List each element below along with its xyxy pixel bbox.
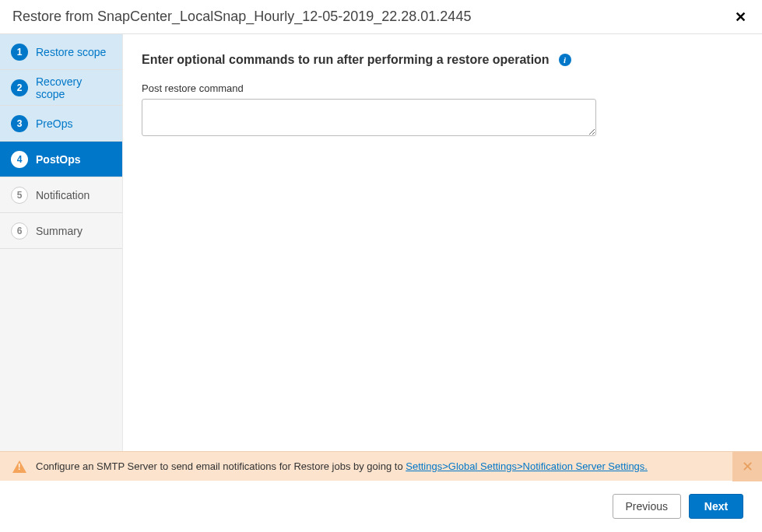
dialog-header: Restore from SnapCenter_LocalSnap_Hourly… <box>0 0 762 34</box>
dialog-footer: Previous Next <box>0 481 762 532</box>
notification-message: Configure an SMTP Server to send email n… <box>36 460 406 472</box>
notification-text: Configure an SMTP Server to send email n… <box>36 460 732 472</box>
post-restore-command-label: Post restore command <box>142 82 743 94</box>
step-number: 4 <box>11 151 28 168</box>
step-label: PreOps <box>36 117 72 130</box>
step-label: Notification <box>36 189 90 201</box>
step-number: 3 <box>11 115 28 132</box>
step-postops[interactable]: 4 PostOps <box>0 142 122 177</box>
previous-button[interactable]: Previous <box>613 494 681 519</box>
notification-bar: Configure an SMTP Server to send email n… <box>0 451 762 481</box>
content-heading-row: Enter optional commands to run after per… <box>142 53 743 67</box>
warning-icon <box>12 460 26 473</box>
notification-dismiss-icon[interactable]: ✕ <box>732 452 762 481</box>
step-number: 5 <box>11 187 28 204</box>
notification-link[interactable]: Settings>Global Settings>Notification Se… <box>406 460 648 472</box>
step-summary[interactable]: 6 Summary <box>0 213 122 249</box>
step-label: PostOps <box>36 153 81 166</box>
step-number: 6 <box>11 222 28 240</box>
step-number: 1 <box>11 44 28 61</box>
step-restore-scope[interactable]: 1 Restore scope <box>0 34 122 70</box>
wizard-sidebar: 1 Restore scope 2 Recovery scope 3 PreOp… <box>0 34 123 451</box>
main-area: 1 Restore scope 2 Recovery scope 3 PreOp… <box>0 34 762 451</box>
close-icon[interactable]: ✕ <box>732 7 750 27</box>
step-label: Summary <box>36 225 83 237</box>
step-recovery-scope[interactable]: 2 Recovery scope <box>0 70 122 106</box>
dialog-title: Restore from SnapCenter_LocalSnap_Hourly… <box>12 9 471 25</box>
info-icon[interactable]: i <box>559 54 571 66</box>
content-heading: Enter optional commands to run after per… <box>142 53 550 67</box>
step-notification[interactable]: 5 Notification <box>0 177 122 213</box>
step-label: Recovery scope <box>36 75 111 100</box>
step-number: 2 <box>11 79 28 96</box>
step-label: Restore scope <box>36 46 106 58</box>
step-preops[interactable]: 3 PreOps <box>0 106 122 142</box>
content-panel: Enter optional commands to run after per… <box>123 34 762 451</box>
post-restore-command-input[interactable] <box>142 99 596 136</box>
next-button[interactable]: Next <box>689 494 743 519</box>
